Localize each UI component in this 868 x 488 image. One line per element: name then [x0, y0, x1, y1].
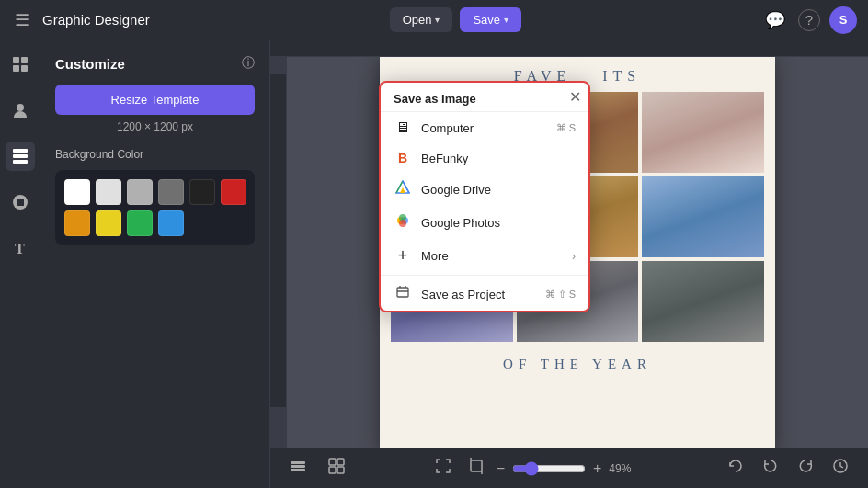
- save-arrow: ▾: [504, 15, 508, 25]
- save-befunky-left: B BeFunky: [394, 151, 468, 165]
- canvas-size-label: 1200 × 1200 px: [55, 120, 255, 133]
- zoom-slider[interactable]: [512, 461, 586, 476]
- svg-rect-9: [16, 198, 25, 207]
- panel-title: Customize: [55, 56, 125, 72]
- save-dropdown-header: Save as Image: [381, 83, 588, 112]
- svg-rect-18: [337, 467, 344, 473]
- color-swatch-medium-gray[interactable]: [127, 179, 153, 205]
- zoom-percent-label: 49%: [609, 462, 642, 475]
- open-arrow: ▾: [435, 15, 440, 25]
- color-swatch-dark-gray[interactable]: [158, 179, 184, 205]
- color-swatch-yellow[interactable]: [96, 210, 121, 236]
- history-button[interactable]: [828, 453, 853, 483]
- save-project-left: Save as Project: [394, 285, 505, 303]
- save-computer-left: 🖥 Computer: [394, 119, 474, 136]
- sidebar-icons: T: [0, 40, 40, 488]
- svg-marker-24: [400, 187, 405, 193]
- ruler-horizontal: [270, 40, 868, 57]
- save-more-item[interactable]: + More ›: [381, 239, 588, 273]
- svg-rect-31: [397, 288, 408, 297]
- main-area: T Customize ⓘ Resize Template 1200 × 120…: [0, 40, 868, 488]
- crop-button[interactable]: [463, 453, 489, 483]
- layers-button[interactable]: [285, 453, 311, 483]
- color-swatch-orange[interactable]: [64, 210, 90, 236]
- sidebar-icon-text[interactable]: T: [6, 233, 35, 263]
- save-gphotos-left: Google Photos: [394, 213, 500, 232]
- svg-rect-2: [13, 65, 19, 72]
- svg-rect-1: [21, 57, 28, 63]
- save-computer-item[interactable]: 🖥 Computer ⌘ S: [381, 112, 588, 143]
- save-project-shortcut: ⌘ ⇧ S: [545, 289, 576, 301]
- left-panel: Customize ⓘ Resize Template 1200 × 1200 …: [40, 40, 270, 488]
- gphotos-icon: [394, 213, 412, 232]
- resize-template-button[interactable]: Resize Template: [55, 85, 255, 115]
- svg-rect-14: [291, 461, 305, 464]
- save-button[interactable]: Save ▾: [460, 7, 521, 32]
- chat-icon[interactable]: 💬: [761, 6, 789, 34]
- svg-point-30: [399, 220, 406, 227]
- gdrive-label: Google Drive: [421, 183, 491, 197]
- bottom-left: [285, 453, 349, 483]
- color-grid: [55, 170, 255, 245]
- zoom-minus-button[interactable]: −: [497, 460, 505, 477]
- color-swatch-red[interactable]: [221, 179, 246, 205]
- bottom-right: [723, 453, 853, 483]
- save-project-item[interactable]: Save as Project ⌘ ⇧ S: [381, 278, 588, 311]
- svg-rect-3: [21, 65, 28, 72]
- avatar[interactable]: S: [829, 6, 857, 34]
- grid-button[interactable]: [324, 453, 349, 483]
- help-icon[interactable]: ?: [798, 9, 820, 31]
- svg-rect-5: [13, 149, 28, 153]
- header-center: Open ▾ Save ▾: [390, 7, 521, 32]
- svg-rect-15: [329, 459, 336, 465]
- dropdown-divider: [381, 275, 588, 276]
- svg-rect-17: [329, 467, 336, 473]
- save-label: Save: [473, 13, 500, 27]
- svg-rect-19: [471, 460, 482, 471]
- redo-button[interactable]: [793, 453, 818, 483]
- undo-button[interactable]: [758, 453, 783, 483]
- save-project-label: Save as Project: [421, 288, 505, 301]
- color-swatch-light-gray[interactable]: [96, 179, 121, 205]
- sidebar-icon-shapes[interactable]: [6, 187, 35, 217]
- svg-rect-11: [270, 40, 868, 56]
- sidebar-icon-elements[interactable]: [6, 50, 35, 79]
- svg-rect-6: [13, 154, 28, 158]
- more-icon: +: [394, 246, 412, 266]
- color-swatch-white[interactable]: [64, 179, 90, 205]
- panel-header: Customize ⓘ: [55, 55, 255, 72]
- gphotos-label: Google Photos: [421, 216, 500, 230]
- svg-rect-12: [291, 469, 305, 471]
- sidebar-icon-templates[interactable]: [6, 142, 35, 171]
- photo-cell-3: [642, 92, 764, 173]
- save-more-left: + More: [394, 246, 449, 266]
- befunky-label: BeFunky: [421, 152, 468, 165]
- open-button[interactable]: Open ▾: [390, 7, 453, 32]
- svg-rect-7: [13, 160, 28, 164]
- color-swatch-black[interactable]: [189, 179, 215, 205]
- menu-icon[interactable]: ☰: [11, 6, 33, 34]
- more-arrow: ›: [572, 250, 576, 263]
- svg-rect-0: [13, 57, 19, 63]
- color-swatch-green[interactable]: [127, 210, 153, 236]
- header-left: ☰ Graphic Designer: [11, 6, 150, 34]
- info-icon[interactable]: ⓘ: [242, 55, 255, 72]
- header: ☰ Graphic Designer Open ▾ Save ▾ 💬 ? S: [0, 0, 868, 40]
- save-dropdown: ✕ Save as Image 🖥 Computer ⌘ S B BeFunky…: [379, 81, 590, 312]
- save-gdrive-item[interactable]: Google Drive: [381, 173, 588, 206]
- color-swatch-blue[interactable]: [158, 210, 184, 236]
- befunky-icon: B: [394, 151, 412, 165]
- svg-rect-13: [291, 465, 305, 468]
- save-dropdown-close-button[interactable]: ✕: [569, 88, 581, 106]
- save-befunky-item[interactable]: B BeFunky: [381, 143, 588, 173]
- reset-button[interactable]: [723, 453, 748, 483]
- open-label: Open: [403, 13, 432, 27]
- svg-rect-16: [337, 459, 344, 465]
- zoom-plus-button[interactable]: +: [593, 460, 601, 477]
- save-gphotos-item[interactable]: Google Photos: [381, 206, 588, 239]
- fit-button[interactable]: [430, 453, 456, 483]
- header-right: 💬 ? S: [761, 6, 857, 34]
- sidebar-icon-people[interactable]: [6, 96, 35, 125]
- bottom-center: − + 49%: [430, 453, 643, 483]
- svg-text:T: T: [15, 241, 25, 256]
